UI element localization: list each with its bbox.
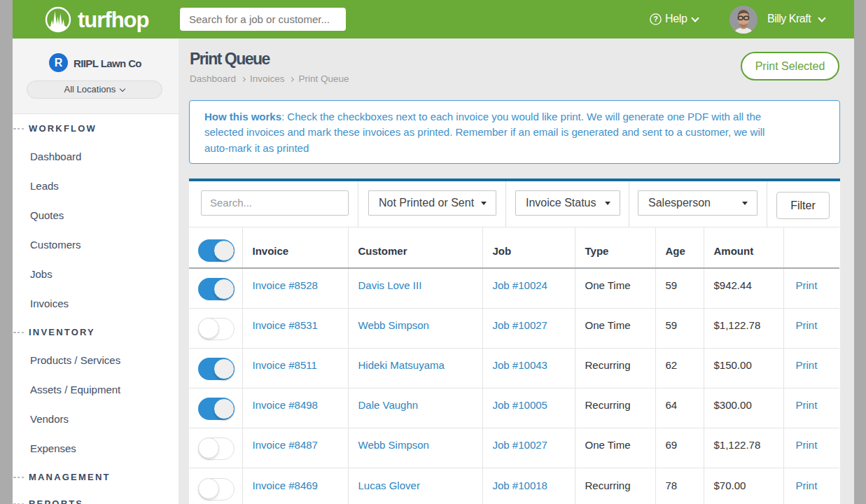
svg-text:?: ? <box>653 15 658 23</box>
